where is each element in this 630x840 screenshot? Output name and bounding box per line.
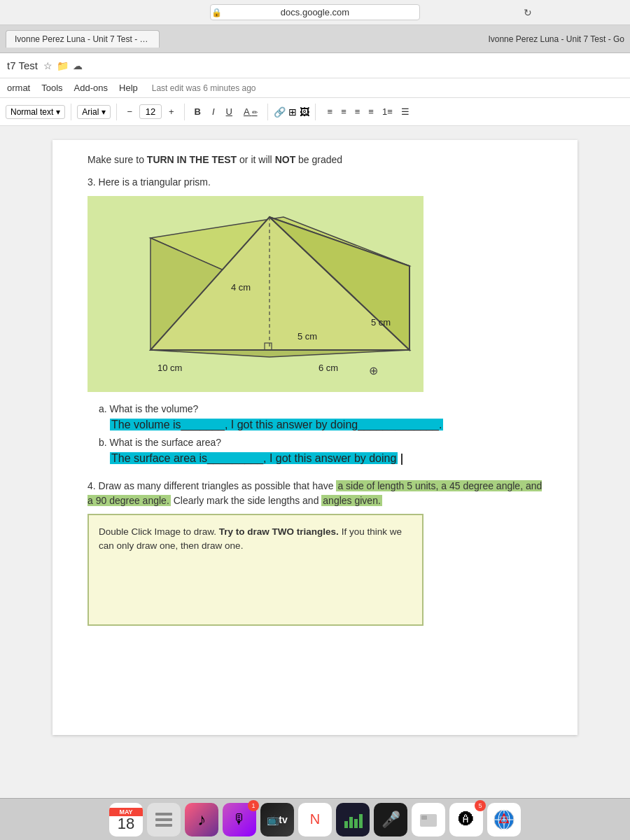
svg-rect-17 <box>155 824 172 827</box>
svg-rect-23 <box>421 816 427 820</box>
bold-button[interactable]: B <box>190 104 205 119</box>
strikethrough-button[interactable]: A ✏ <box>239 104 262 119</box>
folder-icon[interactable]: 📁 <box>57 60 69 71</box>
draw-box[interactable]: Double Click Image to draw. Try to draw … <box>88 514 424 626</box>
dock-safari[interactable] <box>487 803 521 836</box>
browser-address-bar: 🔒 docs.google.com ↻ <box>0 0 630 25</box>
q3a-answer: The volume is_______, I got this answer … <box>110 419 443 430</box>
svg-text:⊕: ⊕ <box>369 365 378 377</box>
dock-stocks[interactable] <box>336 803 370 836</box>
dock-calendar[interactable]: MAY 18 <box>109 803 143 836</box>
q3a-answer-row[interactable]: The volume is_______, I got this answer … <box>110 419 542 431</box>
menu-format[interactable]: ormat <box>7 83 30 93</box>
font-dropdown[interactable]: Arial ▾ <box>77 105 111 119</box>
style-dropdown[interactable]: Normal text ▾ <box>6 105 65 119</box>
reload-icon[interactable]: ↻ <box>524 7 532 18</box>
svg-text:5 cm: 5 cm <box>298 331 317 342</box>
svg-text:4 cm: 4 cm <box>231 282 251 293</box>
dock-voice[interactable]: 🎤 <box>374 803 407 836</box>
separator-2 <box>116 104 117 120</box>
lock-icon: 🔒 <box>211 8 222 18</box>
question-3-label: 3. Here is a triangular prism. <box>88 176 542 188</box>
dock-music[interactable]: ♪ <box>185 803 218 836</box>
last-edit-label: Last edit was 6 minutes ago <box>152 83 256 93</box>
dock-tv[interactable]: 📺tv <box>260 803 294 836</box>
italic-button[interactable]: I <box>208 104 219 119</box>
tab-right-info: Ivonne Perez Luna - Unit 7 Test - Go <box>488 34 624 44</box>
separator <box>71 104 71 120</box>
warning-text: Make sure to TURN IN THE TEST or it will… <box>88 154 542 165</box>
align-center-icon[interactable]: ≡ <box>337 104 350 119</box>
url-input[interactable]: docs.google.com <box>210 4 420 20</box>
dock-badge-1: 1 <box>248 800 259 811</box>
chevron-down-icon: ▾ <box>102 107 106 117</box>
dock-photos[interactable] <box>412 803 445 836</box>
cloud-icon[interactable]: ☁ <box>73 60 83 71</box>
font-size-input[interactable] <box>139 104 162 119</box>
separator-3 <box>184 104 185 120</box>
link-icon[interactable]: 🔗 <box>274 106 286 118</box>
question-3b: b. What is the surface area? <box>99 437 542 448</box>
doc-title-icons: ☆ 📁 ☁ <box>43 60 83 71</box>
svg-text:10 cm: 10 cm <box>158 363 182 373</box>
question-3a: a. What is the volume? <box>99 403 542 414</box>
align-left-icon[interactable]: ≡ <box>324 104 337 119</box>
q3b-answer: The surface area is_________, I got this… <box>110 452 398 464</box>
doc-title: t7 Test <box>7 59 38 71</box>
image-icon[interactable]: 🖼 <box>300 106 309 118</box>
svg-rect-20 <box>354 819 358 828</box>
dock-cal-day: 18 <box>118 816 134 832</box>
doc-page: Make sure to TURN IN THE TEST or it will… <box>52 140 578 735</box>
separator-5 <box>315 104 316 120</box>
dock-badge-5: 5 <box>475 800 486 811</box>
prism-image[interactable]: 4 cm 5 cm 5 cm 10 cm 6 cm ⊕ <box>88 196 424 392</box>
pencil-icon: ✏ <box>252 108 258 116</box>
list-unordered-icon[interactable]: ☰ <box>398 104 413 119</box>
plus-button[interactable]: + <box>164 104 178 119</box>
q3b-answer-row[interactable]: The surface area is_________, I got this… <box>110 452 542 465</box>
menu-addons[interactable]: Add-ons <box>74 83 108 93</box>
list-ordered-icon[interactable]: 1≡ <box>379 104 396 119</box>
separator-4 <box>267 104 268 120</box>
star-icon[interactable]: ☆ <box>43 60 52 71</box>
question-4-text: 4. Draw as many different triangles as p… <box>88 479 542 508</box>
underline-button[interactable]: U <box>222 104 237 119</box>
macos-dock: MAY 18 ♪ 🎙 1 📺tv N 🎤 <box>0 798 630 840</box>
dock-news[interactable]: N <box>298 803 332 836</box>
dock-keynote[interactable]: 🅐 5 <box>449 803 483 836</box>
svg-rect-18 <box>344 821 348 828</box>
svg-marker-3 <box>150 350 410 357</box>
svg-text:5 cm: 5 cm <box>371 317 391 328</box>
svg-rect-19 <box>349 817 353 828</box>
active-tab[interactable]: Ivonne Perez Luna - Unit 7 Test - Go <box>6 30 160 48</box>
svg-rect-21 <box>359 814 363 828</box>
align-right-icon[interactable]: ≡ <box>351 104 364 119</box>
dock-lists[interactable] <box>147 803 181 836</box>
svg-text:6 cm: 6 cm <box>318 363 338 373</box>
menu-tools[interactable]: Tools <box>41 83 62 93</box>
doc-area: Make sure to TURN IN THE TEST or it will… <box>0 126 630 798</box>
dock-podcasts[interactable]: 🎙 1 <box>223 803 256 836</box>
text-cursor <box>401 454 402 465</box>
svg-rect-16 <box>155 818 172 821</box>
question-4-block: 4. Draw as many different triangles as p… <box>88 479 542 626</box>
minus-button[interactable]: − <box>122 104 136 119</box>
comment-icon[interactable]: ⊞ <box>288 106 297 118</box>
menu-help[interactable]: Help <box>119 83 138 93</box>
q3a-label: a. What is the volume? <box>99 403 198 414</box>
formatting-bar: Normal text ▾ Arial ▾ − + B I U A ✏ 🔗 ⊞ … <box>0 98 630 126</box>
doc-title-bar: t7 Test ☆ 📁 ☁ <box>0 53 630 78</box>
menu-bar: ormat Tools Add-ons Help Last edit was 6… <box>0 78 630 98</box>
align-group: ≡ ≡ ≡ ≡ 1≡ ☰ <box>324 104 413 119</box>
draw-box-text: Double Click Image to draw. Try to draw … <box>99 526 402 551</box>
align-justify-icon[interactable]: ≡ <box>365 104 377 119</box>
svg-rect-15 <box>155 813 172 816</box>
chevron-down-icon: ▾ <box>56 107 60 117</box>
tab-bar: Ivonne Perez Luna - Unit 7 Test - Go Ivo… <box>0 25 630 53</box>
q3b-label: b. What is the surface area? <box>99 437 221 448</box>
